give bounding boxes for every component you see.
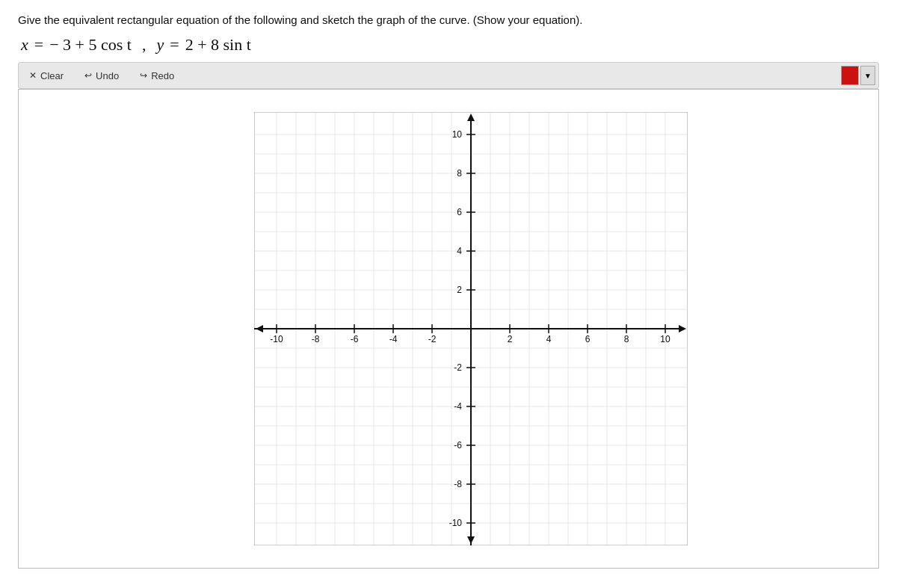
drawing-canvas[interactable]: -10 -8 -6 -4 -2 2 4 6 8 10 10 8 6 4 — [18, 89, 879, 569]
svg-text:-4: -4 — [389, 334, 398, 344]
svg-text:8: 8 — [457, 168, 462, 179]
svg-text:4: 4 — [546, 334, 552, 344]
y-variable: y — [156, 35, 164, 55]
undo-label: Undo — [96, 70, 119, 81]
equation-line: x = − 3 + 5 cos t , y = 2 + 8 sin t — [18, 35, 879, 55]
toolbar: ✕ Clear ↩ Undo ↪ Redo ▼ — [18, 62, 879, 89]
svg-text:8: 8 — [624, 334, 629, 344]
svg-text:2: 2 — [508, 334, 513, 344]
svg-text:6: 6 — [585, 334, 591, 344]
y-expression: 2 + 8 sin t — [185, 35, 251, 55]
svg-text:-6: -6 — [351, 334, 359, 344]
svg-text:4: 4 — [457, 246, 462, 256]
redo-icon: ↪ — [140, 70, 147, 81]
svg-text:-10: -10 — [449, 518, 463, 528]
x-variable: x — [21, 35, 28, 55]
x-expression: − 3 + 5 cos t — [49, 35, 132, 55]
equals-sign: = — [34, 35, 43, 55]
clear-button[interactable]: ✕ Clear — [26, 69, 67, 83]
main-page: Give the equivalent rectangular equation… — [0, 0, 897, 588]
question-text: Give the equivalent rectangular equation… — [18, 13, 879, 26]
svg-text:-8: -8 — [454, 479, 462, 489]
svg-text:-2: -2 — [454, 362, 462, 373]
equals-sign-2: = — [170, 35, 179, 55]
svg-text:10: 10 — [660, 334, 671, 344]
svg-text:-4: -4 — [454, 401, 462, 412]
svg-text:6: 6 — [457, 207, 462, 217]
svg-text:-8: -8 — [312, 334, 320, 344]
undo-icon: ↩ — [84, 70, 92, 81]
graph-container: -10 -8 -6 -4 -2 2 4 6 8 10 10 8 6 4 — [254, 112, 688, 545]
svg-text:-10: -10 — [270, 334, 283, 344]
redo-label: Redo — [151, 70, 174, 81]
svg-text:-6: -6 — [454, 440, 462, 451]
dropdown-arrow[interactable]: ▼ — [860, 66, 875, 85]
svg-text:10: 10 — [452, 129, 463, 140]
undo-button[interactable]: ↩ Undo — [81, 69, 122, 83]
coordinate-graph: -10 -8 -6 -4 -2 2 4 6 8 10 10 8 6 4 — [254, 112, 688, 545]
clear-label: Clear — [40, 70, 64, 81]
color-swatch[interactable] — [841, 66, 859, 85]
svg-text:-2: -2 — [428, 334, 437, 344]
redo-button[interactable]: ↪ Redo — [137, 69, 177, 83]
comma: , — [142, 35, 147, 55]
svg-text:2: 2 — [457, 285, 462, 295]
x-icon: ✕ — [29, 70, 37, 81]
